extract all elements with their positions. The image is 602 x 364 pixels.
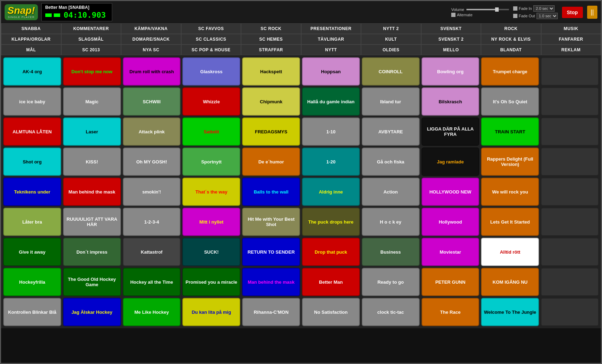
sound-cell[interactable]: Rihanna-C'MON — [242, 298, 300, 326]
sound-cell[interactable]: Action — [362, 178, 420, 206]
sound-cell[interactable]: Jag ramlade — [422, 148, 480, 176]
sound-cell[interactable]: Sattelit — [182, 117, 240, 146]
sound-cell[interactable]: ice ice baby — [3, 87, 61, 116]
nav-tab[interactable]: ROCK — [481, 23, 541, 34]
sound-cell[interactable]: Moviestar — [422, 238, 480, 266]
nav-tab[interactable]: BLANDAT — [481, 45, 541, 55]
sound-cell[interactable]: FREDAGSMYS — [242, 117, 300, 146]
sound-cell[interactable]: Man behind the mask — [242, 268, 300, 296]
sound-cell[interactable]: Don´t impress — [63, 238, 121, 266]
sound-cell[interactable]: The Race — [422, 298, 480, 326]
pause-button[interactable]: || — [587, 6, 597, 19]
sound-cell[interactable]: KOM IGÅNG NU — [481, 268, 539, 296]
sound-cell[interactable]: Promised you a miracle — [182, 268, 240, 296]
nav-tab[interactable]: DOMARE/SNACK — [121, 34, 181, 45]
sound-cell[interactable]: Don't stop me now — [63, 57, 121, 86]
sound-cell[interactable]: Bilskrasch — [422, 87, 480, 116]
sound-cell[interactable]: 1-10 — [302, 117, 360, 146]
sound-cell[interactable]: PETER GUNN — [422, 268, 480, 296]
sound-cell[interactable]: It's Oh So Quiet — [481, 87, 539, 116]
sound-cell[interactable]: The puck drops here — [302, 208, 360, 236]
sound-cell[interactable]: The Good Old Hockey Game — [63, 268, 121, 296]
sound-cell[interactable]: Rappers Delight (Full Version) — [481, 148, 539, 176]
nav-tab[interactable]: SC FAVVOS — [181, 23, 241, 34]
sound-cell[interactable] — [541, 208, 599, 236]
fade-in-checkbox[interactable] — [513, 6, 517, 11]
sound-cell[interactable]: Oh MY GOSH! — [123, 148, 181, 176]
sound-cell[interactable]: Jag Älskar Hockey — [63, 298, 121, 326]
sound-cell[interactable] — [541, 57, 599, 86]
sound-cell[interactable]: Chipmunk — [242, 87, 300, 116]
sound-cell[interactable]: Hit Me with Your Best Shot — [242, 208, 300, 236]
sound-cell[interactable]: KISS! — [63, 148, 121, 176]
sound-cell[interactable]: Ready to go — [362, 268, 420, 296]
sound-cell[interactable]: Hallå du gamle indian — [302, 87, 360, 116]
nav-tab[interactable]: NYTT 2 — [361, 23, 421, 34]
sound-cell[interactable]: Magic — [63, 87, 121, 116]
sound-cell[interactable]: De e´humor — [242, 148, 300, 176]
sound-cell[interactable]: H o c k ey — [362, 208, 420, 236]
sound-cell[interactable]: No Satisfaction — [302, 298, 360, 326]
sound-cell[interactable]: Better Man — [302, 268, 360, 296]
sound-cell[interactable]: COINROLL — [362, 57, 420, 86]
sound-cell[interactable]: 1-20 — [302, 148, 360, 176]
sound-cell[interactable]: SCHWIII — [123, 87, 181, 116]
sound-cell[interactable]: LIGGA DÄR PÅ ALLA FYRA — [422, 117, 480, 146]
sound-cell[interactable]: Aldrig inne — [302, 178, 360, 206]
nav-tab[interactable]: KULT — [361, 34, 421, 45]
sound-cell[interactable]: AK-4 org — [3, 57, 61, 86]
sound-cell[interactable]: smokin'! — [123, 178, 181, 206]
sound-cell[interactable]: Hackspett — [242, 57, 300, 86]
sound-cell[interactable] — [541, 117, 599, 146]
nav-tab[interactable]: MÅL — [1, 45, 61, 55]
volume-slider[interactable] — [466, 9, 509, 10]
nav-tab[interactable]: SLAGSMÅL — [61, 34, 121, 45]
sound-cell[interactable]: Give it away — [3, 238, 61, 266]
nav-tab[interactable]: TÄVLINGAR — [301, 34, 361, 45]
sound-cell[interactable]: RETURN TO SENDER — [242, 238, 300, 266]
sound-cell[interactable]: TRAIN START — [481, 117, 539, 146]
nav-tab[interactable]: SC CLASSICS — [181, 34, 241, 45]
alternate-checkbox[interactable] — [451, 13, 455, 17]
nav-tab[interactable]: SNABBA — [1, 23, 61, 34]
nav-tab[interactable]: SC 2013 — [61, 45, 121, 55]
nav-tab[interactable]: SVENSKT — [421, 23, 481, 34]
nav-tab[interactable]: FANFARER — [541, 34, 601, 45]
sound-cell[interactable]: Kontrollen Blinkar Blå — [3, 298, 61, 326]
sound-cell[interactable]: Kattastrof — [123, 238, 181, 266]
sound-cell[interactable]: Sportnytt — [182, 148, 240, 176]
sound-cell[interactable]: Hockeyfrilla — [3, 268, 61, 296]
sound-cell[interactable]: 1-2-3-4 — [123, 208, 181, 236]
nav-tab[interactable]: KLAPPA/ORGLAR — [1, 34, 61, 45]
nav-tab[interactable]: REKLAM — [541, 45, 601, 55]
sound-cell[interactable]: We will rock you — [481, 178, 539, 206]
nav-tab[interactable]: SC ROCK — [241, 23, 301, 34]
sound-cell[interactable]: Ibland tur — [362, 87, 420, 116]
sound-cell[interactable]: Teknikens under — [3, 178, 61, 206]
sound-cell[interactable]: AVBYTARE — [362, 117, 420, 146]
sound-cell[interactable]: Man behind the mask — [63, 178, 121, 206]
sound-cell[interactable]: Du kan lita på mig — [182, 298, 240, 326]
nav-tab[interactable]: NYTT — [301, 45, 361, 55]
sound-cell[interactable]: That´s the way — [182, 178, 240, 206]
sound-cell[interactable]: Hollywood — [422, 208, 480, 236]
sound-cell[interactable]: Lets Get It Started — [481, 208, 539, 236]
sound-cell[interactable]: Balls to the wall — [242, 178, 300, 206]
nav-tab[interactable]: OLDIES — [361, 45, 421, 55]
fade-in-select[interactable]: 2.0 sec 1.0 sec 0.5 sec — [533, 5, 555, 12]
sound-cell[interactable]: Hockey all the Time — [123, 268, 181, 296]
nav-tab[interactable]: KÄMPA/VAKNA — [121, 23, 181, 34]
fade-out-select[interactable]: 1.0 sec 2.0 sec 0.5 sec — [537, 13, 558, 19]
sound-cell[interactable]: Glaskross — [182, 57, 240, 86]
sound-cell[interactable]: clock tic-tac — [362, 298, 420, 326]
nav-tab[interactable]: NYA SC — [121, 45, 181, 55]
stop-button[interactable]: Stop — [562, 7, 583, 18]
nav-tab[interactable]: MUSIK — [541, 23, 601, 34]
sound-cell[interactable]: Welcome To The Jungle — [481, 298, 539, 326]
sound-cell[interactable]: Alltid rött — [481, 238, 539, 266]
sound-cell[interactable] — [541, 238, 599, 266]
sound-cell[interactable] — [541, 268, 599, 296]
nav-tab[interactable]: KOMMENTARER — [61, 23, 121, 34]
sound-cell[interactable]: Gå och fiska — [362, 148, 420, 176]
sound-cell[interactable]: Drum roll with crash — [123, 57, 181, 86]
